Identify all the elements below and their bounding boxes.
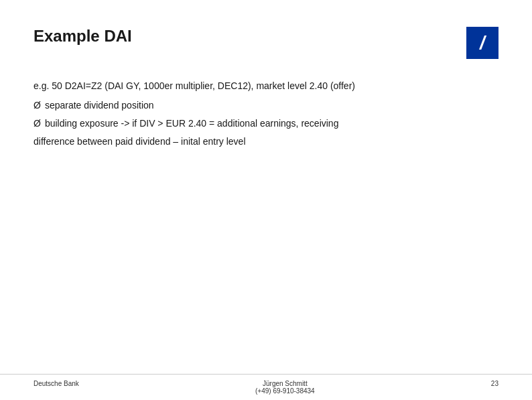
bullet-text-2: building exposure -> if DIV > EUR 2.40 =… [45, 117, 498, 131]
footer-page-number: 23 [491, 380, 498, 387]
footer-contact-phone: (+49) 69-910-38434 [255, 387, 315, 395]
slide: Example DAI / e.g. 50 D2AI=Z2 (DAI GY, 1… [0, 0, 532, 400]
bullet-symbol-1: Ø [34, 98, 41, 113]
slide-footer: Deutsche Bank Jürgen Schmitt (+49) 69-91… [0, 374, 532, 400]
example-line: e.g. 50 D2AI=Z2 (DAI GY, 1000er multipli… [34, 79, 498, 93]
logo-slash-icon: / [480, 34, 485, 52]
footer-contact: Jürgen Schmitt (+49) 69-910-38434 [255, 380, 315, 395]
continuation-text: difference between paid dividend – inita… [34, 135, 498, 149]
bullet-text-1: separate dividend position [45, 98, 498, 113]
bullet-item-2: Ø building exposure -> if DIV > EUR 2.40… [34, 117, 498, 131]
bullet-symbol-2: Ø [34, 117, 41, 131]
bullet-item-1: Ø separate dividend position [34, 98, 498, 113]
footer-contact-name: Jürgen Schmitt [255, 380, 315, 387]
slide-title: Example DAI [34, 27, 132, 46]
slide-header: Example DAI / [34, 27, 498, 59]
footer-bank-name: Deutsche Bank [34, 380, 79, 387]
deutsche-bank-logo: / [466, 27, 498, 59]
slide-content: e.g. 50 D2AI=Z2 (DAI GY, 1000er multipli… [34, 79, 498, 149]
